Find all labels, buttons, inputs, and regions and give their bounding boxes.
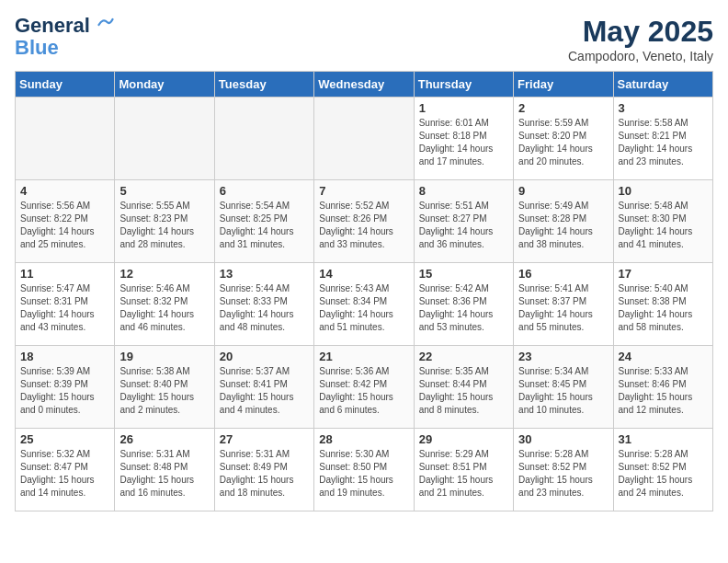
calendar-cell: 20Sunrise: 5:37 AM Sunset: 8:41 PM Dayli… bbox=[214, 346, 313, 429]
day-info: Sunrise: 5:29 AM Sunset: 8:51 PM Dayligh… bbox=[419, 448, 508, 500]
weekday-header-saturday: Saturday bbox=[613, 72, 712, 98]
calendar-week-3: 11Sunrise: 5:47 AM Sunset: 8:31 PM Dayli… bbox=[16, 263, 713, 346]
day-number: 14 bbox=[319, 267, 408, 281]
day-number: 6 bbox=[220, 184, 309, 198]
calendar-cell: 28Sunrise: 5:30 AM Sunset: 8:50 PM Dayli… bbox=[314, 429, 414, 511]
day-number: 12 bbox=[119, 267, 209, 281]
day-number: 24 bbox=[619, 350, 708, 363]
calendar-cell: 12Sunrise: 5:46 AM Sunset: 8:32 PM Dayli… bbox=[115, 263, 214, 346]
calendar-cell: 29Sunrise: 5:29 AM Sunset: 8:51 PM Dayli… bbox=[414, 429, 513, 511]
day-number: 22 bbox=[419, 350, 508, 363]
day-info: Sunrise: 5:46 AM Sunset: 8:32 PM Dayligh… bbox=[119, 282, 209, 334]
calendar-cell: 27Sunrise: 5:31 AM Sunset: 8:49 PM Dayli… bbox=[214, 429, 313, 511]
calendar-cell: 18Sunrise: 5:39 AM Sunset: 8:39 PM Dayli… bbox=[16, 346, 115, 429]
day-info: Sunrise: 5:48 AM Sunset: 8:30 PM Dayligh… bbox=[619, 200, 708, 251]
day-info: Sunrise: 5:30 AM Sunset: 8:50 PM Dayligh… bbox=[319, 448, 408, 500]
day-number: 29 bbox=[419, 432, 508, 446]
calendar-cell: 22Sunrise: 5:35 AM Sunset: 8:44 PM Dayli… bbox=[414, 346, 513, 429]
calendar-cell: 21Sunrise: 5:36 AM Sunset: 8:42 PM Dayli… bbox=[314, 346, 414, 429]
calendar-cell: 15Sunrise: 5:42 AM Sunset: 8:36 PM Dayli… bbox=[414, 263, 513, 346]
day-number: 26 bbox=[119, 432, 209, 446]
day-number: 20 bbox=[220, 350, 309, 363]
day-number: 30 bbox=[518, 432, 608, 446]
location: Campodoro, Veneto, Italy bbox=[568, 49, 713, 63]
weekday-header-tuesday: Tuesday bbox=[214, 72, 313, 98]
calendar-cell: 25Sunrise: 5:32 AM Sunset: 8:47 PM Dayli… bbox=[16, 429, 115, 511]
calendar-cell: 31Sunrise: 5:28 AM Sunset: 8:52 PM Dayli… bbox=[613, 429, 712, 511]
calendar-week-1: 1Sunrise: 6:01 AM Sunset: 8:18 PM Daylig… bbox=[16, 98, 713, 180]
calendar-cell: 1Sunrise: 6:01 AM Sunset: 8:18 PM Daylig… bbox=[414, 98, 513, 180]
day-info: Sunrise: 5:54 AM Sunset: 8:25 PM Dayligh… bbox=[220, 200, 309, 251]
weekday-header-wednesday: Wednesday bbox=[314, 72, 414, 98]
day-info: Sunrise: 5:37 AM Sunset: 8:41 PM Dayligh… bbox=[220, 365, 309, 417]
calendar-table: SundayMondayTuesdayWednesdayThursdayFrid… bbox=[15, 71, 713, 511]
day-info: Sunrise: 5:28 AM Sunset: 8:52 PM Dayligh… bbox=[619, 448, 708, 500]
day-number: 2 bbox=[518, 101, 608, 115]
day-number: 15 bbox=[419, 267, 508, 281]
title-area: May 2025 Campodoro, Veneto, Italy bbox=[568, 15, 713, 63]
calendar-cell: 7Sunrise: 5:52 AM Sunset: 8:26 PM Daylig… bbox=[314, 180, 414, 263]
calendar-cell: 6Sunrise: 5:54 AM Sunset: 8:25 PM Daylig… bbox=[214, 180, 313, 263]
day-info: Sunrise: 5:38 AM Sunset: 8:40 PM Dayligh… bbox=[119, 365, 209, 417]
calendar-cell: 26Sunrise: 5:31 AM Sunset: 8:48 PM Dayli… bbox=[115, 429, 214, 511]
day-number: 8 bbox=[419, 184, 508, 198]
day-info: Sunrise: 5:42 AM Sunset: 8:36 PM Dayligh… bbox=[419, 282, 508, 334]
day-info: Sunrise: 5:36 AM Sunset: 8:42 PM Dayligh… bbox=[319, 365, 408, 417]
day-info: Sunrise: 5:39 AM Sunset: 8:39 PM Dayligh… bbox=[20, 365, 109, 417]
calendar-cell: 17Sunrise: 5:40 AM Sunset: 8:38 PM Dayli… bbox=[613, 263, 712, 346]
day-info: Sunrise: 5:34 AM Sunset: 8:45 PM Dayligh… bbox=[518, 365, 608, 417]
day-number: 16 bbox=[518, 267, 608, 281]
day-number: 28 bbox=[319, 432, 408, 446]
day-number: 7 bbox=[319, 184, 408, 198]
day-number: 31 bbox=[619, 432, 708, 446]
logo: General Blue bbox=[15, 15, 114, 59]
calendar-cell: 19Sunrise: 5:38 AM Sunset: 8:40 PM Dayli… bbox=[115, 346, 214, 429]
logo-icon bbox=[97, 17, 114, 33]
day-number: 1 bbox=[419, 101, 508, 115]
month-title: May 2025 bbox=[568, 15, 713, 49]
calendar-cell bbox=[115, 98, 214, 180]
logo-text: General bbox=[15, 15, 114, 37]
day-number: 23 bbox=[518, 350, 608, 363]
calendar-cell: 23Sunrise: 5:34 AM Sunset: 8:45 PM Dayli… bbox=[514, 346, 613, 429]
day-info: Sunrise: 5:33 AM Sunset: 8:46 PM Dayligh… bbox=[619, 365, 708, 417]
day-info: Sunrise: 5:59 AM Sunset: 8:20 PM Dayligh… bbox=[518, 117, 608, 168]
day-info: Sunrise: 5:49 AM Sunset: 8:28 PM Dayligh… bbox=[518, 200, 608, 251]
day-info: Sunrise: 6:01 AM Sunset: 8:18 PM Dayligh… bbox=[419, 117, 508, 168]
day-info: Sunrise: 5:47 AM Sunset: 8:31 PM Dayligh… bbox=[20, 282, 109, 334]
day-info: Sunrise: 5:40 AM Sunset: 8:38 PM Dayligh… bbox=[619, 282, 708, 334]
calendar-cell: 2Sunrise: 5:59 AM Sunset: 8:20 PM Daylig… bbox=[514, 98, 613, 180]
day-number: 17 bbox=[619, 267, 708, 281]
day-number: 18 bbox=[20, 350, 109, 363]
weekday-header-friday: Friday bbox=[514, 72, 613, 98]
page-header: General Blue May 2025 Campodoro, Veneto,… bbox=[15, 15, 713, 63]
logo-text-blue: Blue bbox=[15, 37, 114, 59]
day-number: 21 bbox=[319, 350, 408, 363]
calendar-cell: 14Sunrise: 5:43 AM Sunset: 8:34 PM Dayli… bbox=[314, 263, 414, 346]
day-info: Sunrise: 5:31 AM Sunset: 8:49 PM Dayligh… bbox=[220, 448, 309, 500]
day-info: Sunrise: 5:35 AM Sunset: 8:44 PM Dayligh… bbox=[419, 365, 508, 417]
day-number: 19 bbox=[119, 350, 209, 363]
weekday-header-monday: Monday bbox=[115, 72, 214, 98]
calendar-cell: 24Sunrise: 5:33 AM Sunset: 8:46 PM Dayli… bbox=[613, 346, 712, 429]
weekday-header-row: SundayMondayTuesdayWednesdayThursdayFrid… bbox=[16, 72, 713, 98]
calendar-week-2: 4Sunrise: 5:56 AM Sunset: 8:22 PM Daylig… bbox=[16, 180, 713, 263]
day-info: Sunrise: 5:58 AM Sunset: 8:21 PM Dayligh… bbox=[619, 117, 708, 168]
calendar-cell: 3Sunrise: 5:58 AM Sunset: 8:21 PM Daylig… bbox=[613, 98, 712, 180]
day-info: Sunrise: 5:43 AM Sunset: 8:34 PM Dayligh… bbox=[319, 282, 408, 334]
day-info: Sunrise: 5:32 AM Sunset: 8:47 PM Dayligh… bbox=[20, 448, 109, 500]
calendar-cell: 30Sunrise: 5:28 AM Sunset: 8:52 PM Dayli… bbox=[514, 429, 613, 511]
day-number: 5 bbox=[119, 184, 209, 198]
calendar-cell bbox=[16, 98, 115, 180]
day-number: 11 bbox=[20, 267, 109, 281]
day-number: 10 bbox=[619, 184, 708, 198]
weekday-header-thursday: Thursday bbox=[414, 72, 513, 98]
day-info: Sunrise: 5:28 AM Sunset: 8:52 PM Dayligh… bbox=[518, 448, 608, 500]
day-info: Sunrise: 5:55 AM Sunset: 8:23 PM Dayligh… bbox=[119, 200, 209, 251]
weekday-header-sunday: Sunday bbox=[16, 72, 115, 98]
calendar-week-5: 25Sunrise: 5:32 AM Sunset: 8:47 PM Dayli… bbox=[16, 429, 713, 511]
day-info: Sunrise: 5:56 AM Sunset: 8:22 PM Dayligh… bbox=[20, 200, 109, 251]
calendar-cell: 16Sunrise: 5:41 AM Sunset: 8:37 PM Dayli… bbox=[514, 263, 613, 346]
calendar-cell: 4Sunrise: 5:56 AM Sunset: 8:22 PM Daylig… bbox=[16, 180, 115, 263]
calendar-cell: 10Sunrise: 5:48 AM Sunset: 8:30 PM Dayli… bbox=[613, 180, 712, 263]
